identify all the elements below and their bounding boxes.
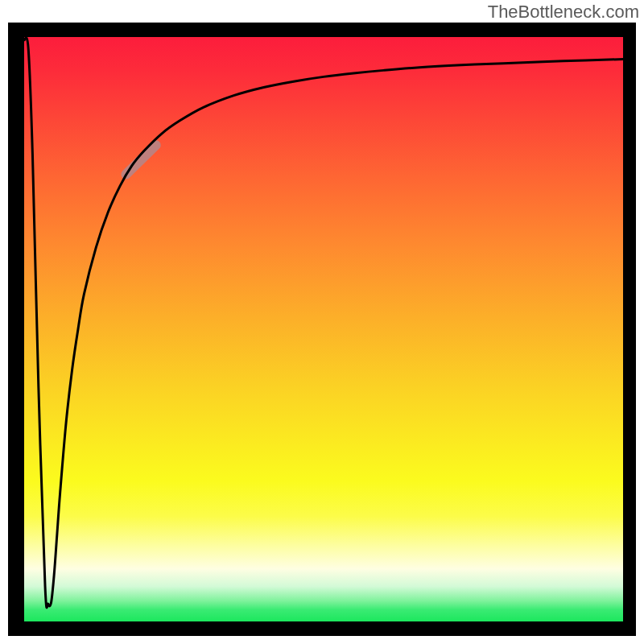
plot-area [24,37,623,621]
attribution-text: TheBottleneck.com [488,2,639,23]
chart-container: { "attribution": "TheBottleneck.com", "c… [0,0,644,644]
plot-frame [8,23,636,636]
bottleneck-curve [24,37,623,621]
